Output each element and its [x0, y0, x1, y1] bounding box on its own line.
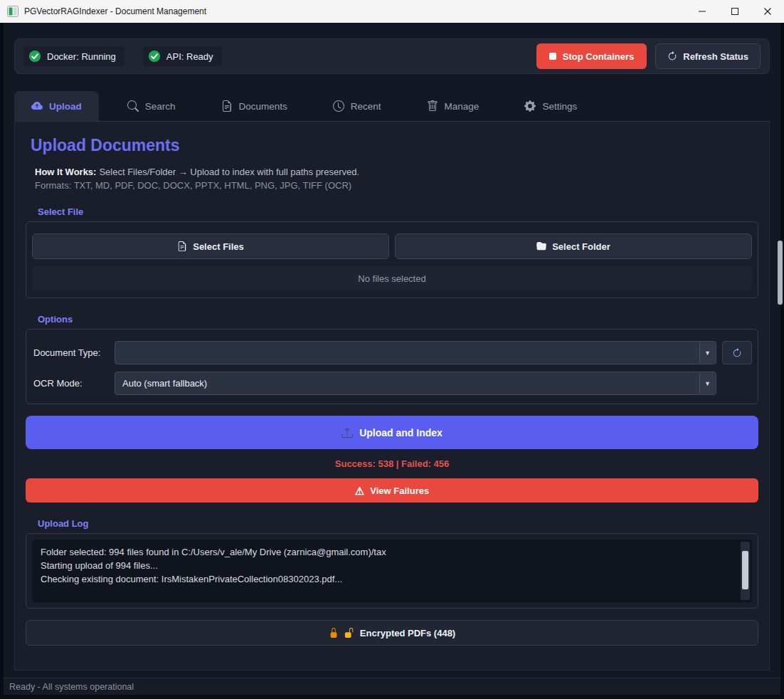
app-window: PGVectorRAGIndexer - Document Management…	[0, 0, 784, 699]
select-folder-label: Select Folder	[552, 241, 610, 252]
tab-settings-label: Settings	[542, 101, 577, 112]
refresh-status-button[interactable]: Refresh Status	[655, 43, 761, 69]
select-files-label: Select Files	[193, 241, 244, 252]
tab-upload[interactable]: Upload	[14, 91, 99, 121]
select-folder-button[interactable]: Select Folder	[395, 233, 752, 259]
documents-icon	[221, 100, 233, 112]
ocr-mode-label: OCR Mode:	[32, 378, 109, 389]
app-icon	[7, 6, 18, 17]
top-status-panel: Docker: Running API: Ready Stop Containe…	[14, 38, 770, 74]
how-it-works-text: Select Files/Folder → Upload to index wi…	[99, 167, 359, 177]
close-button[interactable]	[751, 0, 784, 23]
status-bar-text: Ready - All systems operational	[9, 682, 134, 692]
stop-icon	[549, 53, 556, 60]
gear-icon	[524, 100, 536, 112]
tab-recent[interactable]: Recent	[316, 91, 398, 121]
how-it-works-label: How It Works:	[35, 167, 96, 177]
check-circle-icon	[148, 50, 161, 63]
log-scrollbar-thumb[interactable]	[742, 551, 748, 589]
maximize-button[interactable]	[719, 0, 751, 23]
chevron-down-icon: ▼	[699, 373, 715, 394]
options-groupbox: Document Type: ▼ OCR Mode: Auto (smart	[26, 329, 758, 404]
window-controls	[686, 0, 784, 23]
upload-log-section-label: Upload Log	[38, 518, 758, 529]
document-type-select[interactable]: ▼	[115, 341, 716, 364]
tab-upload-label: Upload	[49, 101, 82, 112]
app-body: Docker: Running API: Ready Stop Containe…	[4, 23, 780, 678]
view-failures-button[interactable]: ⚠ View Failures	[26, 478, 758, 503]
formats-note: Formats: TXT, MD, PDF, DOC, DOCX, PPTX, …	[35, 180, 758, 191]
api-status: API: Ready	[143, 46, 222, 66]
log-line: Folder selected: 994 files found in C:/U…	[41, 545, 732, 559]
tab-recent-label: Recent	[351, 101, 381, 112]
selected-files-display: No files selected	[32, 266, 752, 290]
cloud-upload-icon	[31, 100, 43, 112]
upload-and-index-label: Upload and Index	[359, 427, 443, 438]
titlebar: PGVectorRAGIndexer - Document Management	[0, 0, 784, 23]
tab-search-label: Search	[145, 101, 176, 112]
page-scrollbar-thumb[interactable]	[778, 241, 783, 305]
encrypted-pdfs-button[interactable]: Encrypted PDFs (448)	[26, 620, 758, 646]
refresh-doc-types-button[interactable]	[722, 341, 752, 364]
minimize-button[interactable]	[686, 0, 719, 23]
upload-and-index-button[interactable]: Upload and Index	[26, 416, 758, 449]
select-file-groupbox: Select Files Select Folder No files sele…	[26, 221, 758, 298]
unlock-icon	[344, 628, 354, 638]
tab-documents[interactable]: Documents	[204, 91, 304, 121]
check-circle-icon	[28, 50, 41, 63]
how-it-works: How It Works:Select Files/Folder → Uploa…	[35, 167, 758, 177]
folder-icon	[536, 241, 546, 251]
select-files-button[interactable]: Select Files	[32, 233, 389, 259]
upload-tab-panel: Upload Documents How It Works:Select Fil…	[14, 121, 770, 671]
encrypted-pdfs-label: Encrypted PDFs (448)	[360, 628, 455, 638]
file-buttons-row: Select Files Select Folder	[32, 233, 752, 259]
trash-icon	[427, 100, 438, 112]
refresh-icon	[732, 348, 742, 358]
api-status-label: API: Ready	[166, 51, 213, 62]
ocr-mode-value: Auto (smart fallback)	[122, 378, 207, 389]
log-line: Checking existing document: IrsMistakenP…	[41, 572, 732, 586]
file-icon	[177, 241, 187, 251]
window-title: PGVectorRAGIndexer - Document Management	[24, 6, 686, 16]
upload-log-groupbox: Folder selected: 994 files found in C:/U…	[26, 533, 758, 609]
lock-icon	[329, 628, 339, 638]
log-line: Starting upload of 994 files...	[41, 559, 732, 572]
tab-manage[interactable]: Manage	[410, 91, 497, 121]
select-file-section-label: Select File	[38, 206, 758, 217]
upload-result-summary: Success: 538 | Failed: 456	[26, 458, 758, 469]
status-bar: Ready - All systems operational	[4, 678, 780, 695]
ocr-mode-row: OCR Mode: Auto (smart fallback) ▼	[32, 372, 752, 395]
page-title: Upload Documents	[31, 136, 753, 155]
upload-icon	[341, 427, 353, 438]
document-type-row: Document Type: ▼	[32, 341, 752, 364]
warning-icon: ⚠	[355, 485, 364, 496]
docker-status: Docker: Running	[23, 46, 125, 66]
refresh-status-label: Refresh Status	[683, 51, 748, 62]
options-section-label: Options	[38, 314, 758, 325]
tab-documents-label: Documents	[239, 101, 287, 112]
view-failures-label: View Failures	[370, 485, 429, 496]
tab-settings[interactable]: Settings	[507, 91, 594, 121]
tab-manage-label: Manage	[445, 101, 480, 112]
tab-search[interactable]: Search	[110, 91, 193, 121]
document-type-label: Document Type:	[32, 347, 109, 358]
search-icon	[127, 100, 139, 112]
tab-bar: Upload Search Documents Recent	[14, 91, 770, 121]
clock-icon	[333, 100, 344, 112]
chevron-down-icon: ▼	[699, 342, 715, 363]
ocr-mode-select[interactable]: Auto (smart fallback) ▼	[115, 372, 716, 395]
docker-status-label: Docker: Running	[47, 51, 116, 62]
log-scrollbar[interactable]	[741, 542, 750, 600]
upload-log: Folder selected: 994 files found in C:/U…	[32, 540, 752, 602]
stop-containers-button[interactable]: Stop Containers	[536, 43, 647, 69]
refresh-icon	[667, 51, 677, 61]
stop-containers-label: Stop Containers	[563, 51, 634, 62]
